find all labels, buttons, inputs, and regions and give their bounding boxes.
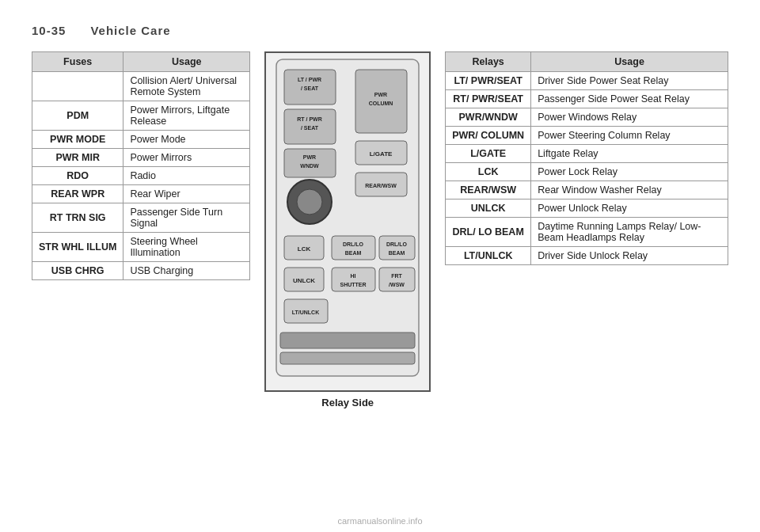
table-row: LT/UNLCKDriver Side Unlock Relay	[446, 247, 728, 265]
svg-text:DRL/LO: DRL/LO	[343, 241, 364, 247]
svg-text:PWR: PWR	[303, 154, 316, 160]
svg-rect-34	[379, 268, 415, 291]
table-row: DRL/ LO BEAMDaytime Running Lamps Relay/…	[446, 218, 728, 247]
relay-usage: Driver Side Unlock Relay	[531, 247, 728, 265]
fuses-table: Fuses Usage Collision Alert/ Universal R…	[32, 51, 250, 280]
svg-text:LCK: LCK	[298, 245, 311, 253]
table-row: Collision Alert/ Universal Remote System	[32, 72, 250, 101]
relay-code: UNLCK	[446, 200, 531, 218]
relay-code: LT/ PWR/SEAT	[446, 72, 531, 90]
table-row: L/GATELiftgate Relay	[446, 145, 728, 163]
fuse-usage: Rear Wiper	[124, 185, 250, 203]
svg-text:REAR/WSW: REAR/WSW	[365, 183, 397, 188]
table-row: PWR MIRPower Mirrors	[32, 149, 250, 167]
relay-code: RT/ PWR/SEAT	[446, 90, 531, 108]
table-row: REAR/WSWRear Window Washer Relay	[446, 181, 728, 200]
relays-table: Relays Usage LT/ PWR/SEATDriver Side Pow…	[445, 51, 728, 265]
svg-rect-38	[280, 352, 415, 364]
fuses-col2-header: Usage	[124, 52, 250, 72]
svg-text:RT / PWR: RT / PWR	[297, 116, 322, 122]
fuse-code: REAR WPR	[32, 185, 124, 203]
table-row: RDORadio	[32, 167, 250, 185]
table-row: LCKPower Lock Relay	[446, 163, 728, 181]
fuse-usage: Passenger Side Turn Signal	[124, 203, 250, 233]
table-row: STR WHL ILLUMSteering Wheel Illumination	[32, 233, 250, 262]
table-row: UNLCKPower Unlock Relay	[446, 200, 728, 218]
table-row: USB CHRGUSB Charging	[32, 262, 250, 280]
relay-usage: Rear Window Washer Relay	[531, 181, 728, 200]
svg-text:/ SEAT: / SEAT	[301, 86, 319, 91]
svg-point-14	[297, 189, 322, 215]
fuse-code: PDM	[32, 101, 124, 131]
fuse-code: PWR MODE	[32, 131, 124, 149]
fuse-usage: Power Mode	[124, 131, 250, 149]
page-number: 10-35	[32, 24, 66, 37]
table-row: RT TRN SIGPassenger Side Turn Signal	[32, 203, 250, 233]
svg-rect-23	[332, 236, 375, 260]
svg-rect-26	[379, 236, 415, 260]
relays-col1-header: Relays	[446, 52, 531, 72]
svg-text:/WSW: /WSW	[389, 282, 405, 287]
svg-text:WNDW: WNDW	[301, 163, 320, 169]
fuse-usage: Radio	[124, 167, 250, 185]
relay-diagram-svg: LT / PWR / SEAT RT / PWR / SEAT PWR WNDW…	[268, 55, 427, 388]
table-row: PWR/ COLUMNPower Steering Column Relay	[446, 127, 728, 145]
relay-usage: Power Unlock Relay	[531, 200, 728, 218]
relay-usage: Daytime Running Lamps Relay/ Low-Beam He…	[531, 218, 728, 247]
svg-text:COLUMN: COLUMN	[369, 101, 393, 106]
svg-text:/ SEAT: / SEAT	[301, 125, 319, 131]
svg-text:LT/UNLCK: LT/UNLCK	[292, 310, 319, 315]
table-row: PDMPower Mirrors, Liftgate Release	[32, 101, 250, 131]
svg-text:PWR: PWR	[374, 92, 387, 97]
fuses-col1-header: Fuses	[32, 52, 124, 72]
fuses-section: Fuses Usage Collision Alert/ Universal R…	[32, 51, 250, 280]
fuse-usage: USB Charging	[124, 262, 250, 280]
fuse-code: RDO	[32, 167, 124, 185]
page: 10-35 Vehicle Care Fuses Usage Collision…	[0, 0, 760, 532]
svg-text:LT / PWR: LT / PWR	[298, 77, 321, 82]
svg-text:SHUTTER: SHUTTER	[340, 282, 367, 287]
fuse-code: RT TRN SIG	[32, 203, 124, 233]
table-row: PWR MODEPower Mode	[32, 131, 250, 149]
table-row: RT/ PWR/SEATPassenger Side Power Seat Re…	[446, 90, 728, 108]
svg-rect-31	[332, 268, 375, 291]
table-row: REAR WPRRear Wiper	[32, 185, 250, 203]
svg-rect-37	[280, 332, 415, 348]
fuse-code: PWR MIR	[32, 149, 124, 167]
relay-usage: Power Lock Relay	[531, 163, 728, 181]
svg-text:BEAM: BEAM	[345, 250, 362, 256]
fuse-code: STR WHL ILLUM	[32, 233, 124, 262]
svg-text:FRT: FRT	[391, 273, 402, 279]
relay-code: DRL/ LO BEAM	[446, 218, 531, 247]
svg-text:BEAM: BEAM	[389, 250, 405, 256]
table-row: LT/ PWR/SEATDriver Side Power Seat Relay	[446, 72, 728, 90]
page-title: Vehicle Care	[90, 24, 170, 37]
relay-usage: Passenger Side Power Seat Relay	[531, 90, 728, 108]
relays-col2-header: Usage	[531, 52, 728, 72]
fuse-usage: Collision Alert/ Universal Remote System	[124, 72, 250, 101]
relay-code: REAR/WSW	[446, 181, 531, 200]
svg-text:DRL/LO: DRL/LO	[386, 241, 408, 247]
relay-usage: Driver Side Power Seat Relay	[531, 72, 728, 90]
relay-code: LT/UNLCK	[446, 247, 531, 265]
relay-code: LCK	[446, 163, 531, 181]
page-header: 10-35 Vehicle Care	[32, 24, 728, 37]
relay-usage: Power Steering Column Relay	[531, 127, 728, 145]
table-row: PWR/WNDWPower Windows Relay	[446, 108, 728, 127]
diagram-caption: Relay Side	[321, 397, 374, 408]
footer-watermark: carmanualsonline.info	[0, 516, 760, 526]
fuse-code: USB CHRG	[32, 262, 124, 280]
relay-code: L/GATE	[446, 145, 531, 163]
fuse-usage: Power Mirrors	[124, 149, 250, 167]
relay-code: PWR/ COLUMN	[446, 127, 531, 145]
diagram-container: LT / PWR / SEAT RT / PWR / SEAT PWR WNDW…	[264, 51, 431, 408]
diagram-box: LT / PWR / SEAT RT / PWR / SEAT PWR WNDW…	[264, 51, 431, 392]
fuse-code	[32, 72, 124, 101]
svg-text:L/GATE: L/GATE	[370, 150, 393, 158]
svg-text:HI: HI	[351, 273, 356, 279]
relay-code: PWR/WNDW	[446, 108, 531, 127]
svg-text:UNLCK: UNLCK	[293, 277, 315, 284]
fuse-usage: Steering Wheel Illumination	[124, 233, 250, 262]
fuse-usage: Power Mirrors, Liftgate Release	[124, 101, 250, 131]
relay-usage: Liftgate Relay	[531, 145, 728, 163]
